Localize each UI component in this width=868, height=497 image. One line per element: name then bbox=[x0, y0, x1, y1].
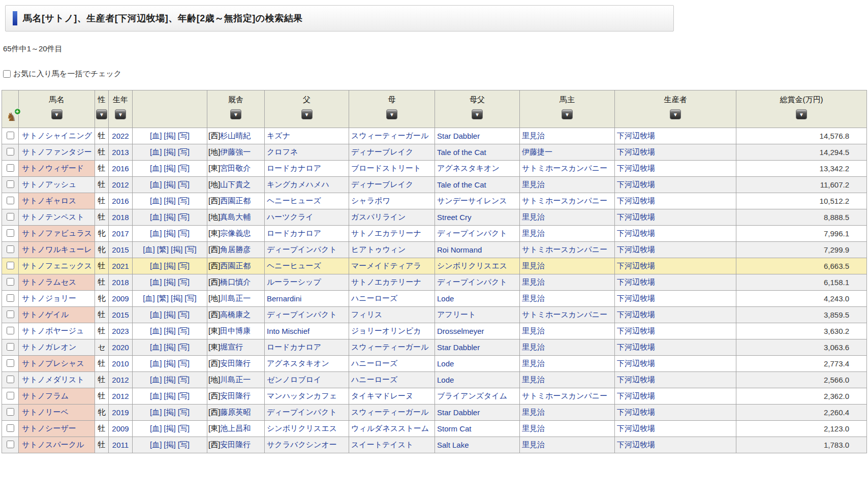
favorite-checkbox[interactable] bbox=[7, 148, 14, 156]
photo-link[interactable]: [写] bbox=[178, 391, 190, 400]
breeding-link[interactable]: [繁] bbox=[157, 245, 169, 254]
favorite-checkbox[interactable] bbox=[7, 310, 14, 318]
trainer-link[interactable]: 宮田敬介 bbox=[220, 164, 251, 172]
owner-link[interactable]: 里見治 bbox=[522, 180, 545, 189]
owner-link[interactable]: 里見治 bbox=[522, 408, 545, 416]
blood-link[interactable]: [血] bbox=[150, 440, 162, 449]
horse-name-link[interactable]: サトノテンペスト bbox=[22, 212, 84, 221]
horse-name-link[interactable]: サトノシーザー bbox=[22, 424, 76, 432]
dam-link[interactable]: ディナーブレイク bbox=[351, 147, 413, 156]
board-link[interactable]: [掲] bbox=[164, 180, 175, 189]
favorite-checkbox[interactable] bbox=[7, 197, 14, 204]
breeder-link[interactable]: 下河辺牧場 bbox=[617, 440, 655, 449]
blood-link[interactable]: [血] bbox=[150, 359, 162, 367]
damsire-link[interactable]: Street Cry bbox=[437, 213, 472, 222]
photo-link[interactable]: [写] bbox=[184, 294, 196, 302]
owner-link[interactable]: 里見治 bbox=[522, 261, 545, 270]
horse-name-link[interactable]: サトノジョリー bbox=[22, 294, 76, 302]
trainer-link[interactable]: 西園正都 bbox=[220, 196, 251, 205]
favorite-checkbox[interactable] bbox=[7, 262, 14, 269]
sire-link[interactable]: ゼンノロブロイ bbox=[267, 375, 321, 384]
dam-link[interactable]: サトノエカテリーナ bbox=[351, 229, 421, 237]
sire-link[interactable]: Into Mischief bbox=[267, 327, 309, 335]
owner-link[interactable]: サトミホースカンパニー bbox=[522, 245, 607, 254]
owner-link[interactable]: 里見治 bbox=[522, 277, 545, 286]
horse-name-link[interactable]: サトノスパークル bbox=[22, 440, 84, 449]
breeder-link[interactable]: 下河辺牧場 bbox=[617, 180, 655, 189]
sire-link[interactable]: アグネスタキオン bbox=[267, 359, 329, 367]
sire-link[interactable]: ルーラーシップ bbox=[267, 277, 321, 286]
horse-name-link[interactable]: サトノフラム bbox=[22, 391, 69, 400]
breeder-link[interactable]: 下河辺牧場 bbox=[617, 131, 655, 140]
dam-link[interactable]: ウィルダネスストーム bbox=[351, 424, 429, 432]
breeder-link[interactable]: 下河辺牧場 bbox=[617, 310, 655, 319]
dam-link[interactable]: ディナーブレイク bbox=[351, 180, 413, 189]
bulk-check-checkbox[interactable] bbox=[3, 70, 11, 78]
blood-link[interactable]: [血] bbox=[150, 261, 162, 270]
breeder-link[interactable]: 下河辺牧場 bbox=[617, 245, 655, 254]
dam-link[interactable]: スウィーティーガール bbox=[351, 343, 428, 351]
birth-year-link[interactable]: 2011 bbox=[112, 441, 129, 449]
damsire-link[interactable]: Lode bbox=[437, 294, 454, 303]
horse-name-link[interactable]: サトノフェニックス bbox=[22, 261, 92, 270]
breeder-link[interactable]: 下河辺牧場 bbox=[617, 277, 655, 286]
owner-link[interactable]: サトミホースカンパニー bbox=[522, 196, 607, 205]
photo-link[interactable]: [写] bbox=[178, 131, 190, 140]
damsire-link[interactable]: Lode bbox=[437, 376, 454, 384]
owner-link[interactable]: 里見治 bbox=[522, 424, 545, 432]
board-link[interactable]: [掲] bbox=[164, 408, 175, 416]
board-link[interactable]: [掲] bbox=[164, 196, 175, 205]
sire-link[interactable]: シンボリクリスエス bbox=[267, 424, 337, 432]
birth-year-link[interactable]: 2019 bbox=[112, 408, 129, 417]
birth-year-link[interactable]: 2021 bbox=[112, 262, 129, 270]
owner-link[interactable]: 伊藤捷一 bbox=[522, 147, 552, 156]
blood-link[interactable]: [血] bbox=[150, 180, 162, 189]
photo-link[interactable]: [写] bbox=[178, 196, 190, 205]
sire-link[interactable]: ディープインパクト bbox=[267, 310, 337, 319]
sort-button-year[interactable]: ▼ bbox=[115, 109, 126, 119]
birth-year-link[interactable]: 2015 bbox=[112, 245, 129, 254]
sire-link[interactable]: ロードカナロア bbox=[267, 343, 321, 351]
photo-link[interactable]: [写] bbox=[178, 229, 190, 237]
photo-link[interactable]: [写] bbox=[178, 180, 190, 189]
photo-link[interactable]: [写] bbox=[184, 245, 196, 254]
sort-button-dam[interactable]: ▼ bbox=[386, 109, 397, 119]
birth-year-link[interactable]: 2018 bbox=[112, 213, 129, 222]
sort-button-name[interactable]: ▼ bbox=[51, 109, 63, 119]
horse-name-link[interactable]: サトノゲイル bbox=[22, 310, 69, 319]
sire-link[interactable]: Bernardini bbox=[267, 294, 301, 303]
trainer-link[interactable]: 安田隆行 bbox=[220, 391, 251, 400]
horse-name-link[interactable]: サトノボヤージュ bbox=[22, 326, 84, 335]
horse-name-link[interactable]: サトノギャロス bbox=[22, 196, 76, 205]
trainer-link[interactable]: 安田隆行 bbox=[220, 359, 251, 367]
blood-link[interactable]: [血] bbox=[150, 408, 162, 416]
breeder-link[interactable]: 下河辺牧場 bbox=[617, 326, 655, 335]
dam-link[interactable]: スイートテイスト bbox=[351, 440, 413, 449]
photo-link[interactable]: [写] bbox=[178, 440, 190, 449]
favorite-checkbox[interactable] bbox=[7, 229, 14, 237]
horse-name-link[interactable]: サトノシャイニング bbox=[22, 131, 92, 140]
damsire-link[interactable]: Star Dabbler bbox=[437, 132, 480, 140]
photo-link[interactable]: [写] bbox=[178, 164, 190, 172]
damsire-link[interactable]: Storm Cat bbox=[437, 424, 472, 433]
dam-link[interactable]: フィリス bbox=[351, 310, 382, 319]
sire-link[interactable]: ロードカナロア bbox=[267, 229, 321, 237]
board-link[interactable]: [掲] bbox=[164, 147, 175, 156]
horse-name-link[interactable]: サトノワルキューレ bbox=[22, 245, 92, 254]
breeder-link[interactable]: 下河辺牧場 bbox=[617, 424, 655, 432]
favorite-checkbox[interactable] bbox=[7, 392, 14, 399]
owner-link[interactable]: 里見治 bbox=[522, 375, 545, 384]
trainer-link[interactable]: 池上昌和 bbox=[220, 424, 251, 432]
photo-link[interactable]: [写] bbox=[178, 147, 190, 156]
birth-year-link[interactable]: 2022 bbox=[112, 132, 129, 140]
breeder-link[interactable]: 下河辺牧場 bbox=[617, 196, 655, 205]
trainer-link[interactable]: 杉山晴紀 bbox=[220, 131, 251, 140]
dam-link[interactable]: タイキマドレーヌ bbox=[351, 391, 413, 400]
dam-link[interactable]: ヒアトゥウィン bbox=[351, 245, 406, 254]
damsire-link[interactable]: ディープインパクト bbox=[437, 277, 507, 286]
damsire-link[interactable]: Tale of the Cat bbox=[437, 180, 486, 189]
trainer-link[interactable]: 角居勝彦 bbox=[220, 245, 251, 254]
sire-link[interactable]: ヘニーヒューズ bbox=[267, 261, 321, 270]
dam-link[interactable]: ガスパリライン bbox=[351, 212, 406, 221]
sire-link[interactable]: キズナ bbox=[267, 131, 290, 140]
